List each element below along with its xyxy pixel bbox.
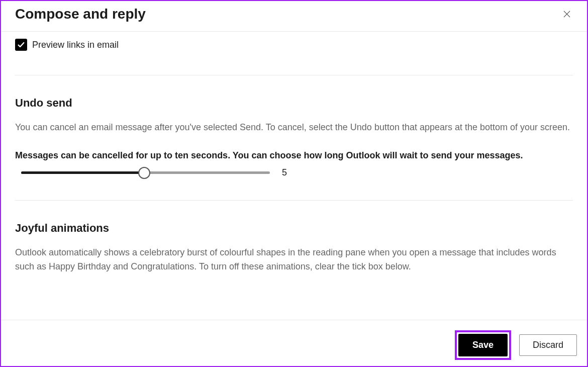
link-preview-checkbox[interactable] <box>15 39 27 51</box>
undo-send-value: 5 <box>282 167 287 178</box>
close-icon <box>562 10 571 19</box>
checkmark-icon <box>17 41 25 49</box>
slider-fill <box>21 171 144 174</box>
panel-footer: Save Discard <box>1 320 587 366</box>
undo-send-slider[interactable] <box>21 167 270 179</box>
joyful-animations-section: Joyful animations Outlook automatically … <box>15 201 573 309</box>
joyful-title: Joyful animations <box>15 222 573 235</box>
undo-send-description: You can cancel an email message after yo… <box>15 121 573 135</box>
undo-send-section: Undo send You can cancel an email messag… <box>15 75 573 201</box>
panel-title: Compose and reply <box>15 6 146 22</box>
link-preview-option: Preview links in email <box>15 39 573 75</box>
save-button[interactable]: Save <box>458 334 508 356</box>
link-preview-label: Preview links in email <box>32 40 119 50</box>
close-button[interactable] <box>561 8 573 20</box>
joyful-description: Outlook automatically shows a celebrator… <box>15 246 573 274</box>
panel-header: Compose and reply <box>1 1 587 32</box>
undo-send-slider-row: 5 <box>15 167 573 179</box>
panel-content[interactable]: Preview links in email Undo send You can… <box>1 32 587 320</box>
slider-thumb[interactable] <box>138 167 150 179</box>
undo-send-title: Undo send <box>15 97 573 110</box>
settings-panel: Compose and reply Preview links in email… <box>1 1 587 366</box>
undo-send-instruction: Messages can be cancelled for up to ten … <box>15 149 573 163</box>
discard-button[interactable]: Discard <box>519 334 577 356</box>
save-button-highlight: Save <box>455 330 511 360</box>
